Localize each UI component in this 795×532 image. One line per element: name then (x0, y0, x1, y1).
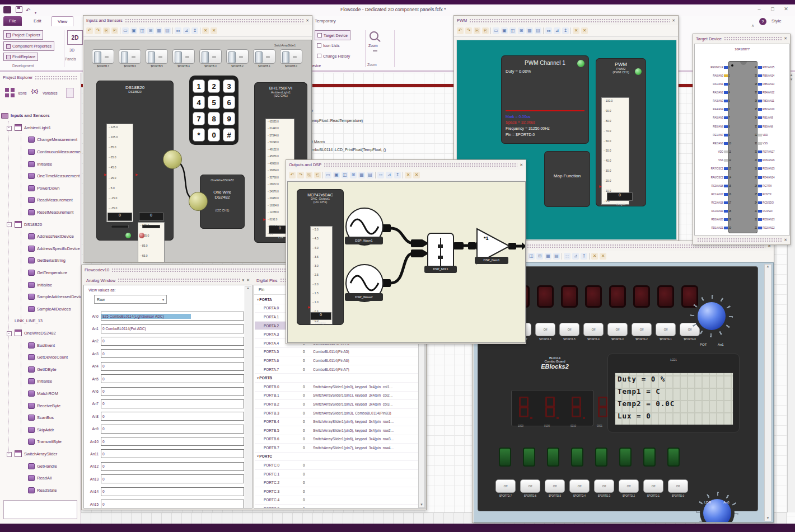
analog-value-input[interactable]: 0 (101, 437, 244, 446)
toolbar-icon[interactable]: ▤ (164, 27, 171, 34)
toolbar-icon[interactable]: ▦ (545, 253, 551, 260)
analog-value-input[interactable]: 825 ComboBL0114(LightSensor ADC) (101, 312, 244, 321)
digital-pin-row[interactable]: PORTA.70ComboBL0114(PinA7) (255, 365, 418, 374)
tree-item[interactable]: OneWireDS2482 (1, 327, 81, 340)
chip-pin[interactable]: VSS12 (695, 158, 734, 163)
digital-pin-row[interactable]: PORTB.10SwitchArraySlider1(pin1), keypad… (255, 392, 418, 401)
toolbar-icon[interactable]: ↥ (562, 27, 569, 34)
chip-pin[interactable]: RD0/AN2019 (695, 217, 734, 223)
toolbar-icon[interactable] (403, 172, 403, 178)
chip-pin[interactable]: 29RD6/AN26 (752, 158, 791, 163)
green-button[interactable] (499, 448, 511, 467)
pwm-slider-box[interactable]: PWM PWM2 (PWM CH1) 100.090.080.070.060.0… (596, 58, 646, 206)
tree-item[interactable]: Initialise (1, 279, 81, 291)
chip-pin[interactable]: RA4/AN46 (695, 107, 734, 112)
close-icon[interactable] (784, 36, 787, 41)
chip-pin[interactable]: RD1/AN2120 (695, 225, 734, 231)
green-button[interactable] (547, 448, 559, 467)
tree-item[interactable]: GetSerialString (1, 255, 81, 267)
digital-pin-row[interactable]: PORTB.50SwitchArraySlider1(pin5), keypad… (255, 426, 418, 435)
toolbar-icon[interactable]: ⊞ (350, 172, 357, 178)
dsp-window-titlebar[interactable]: Outputs and DSP (286, 160, 526, 170)
green-button[interactable] (595, 448, 607, 467)
change-history-checkbox[interactable] (317, 54, 321, 58)
digital-pin-row[interactable]: PORTA.50ComboBL0114(PinA5) (255, 348, 418, 357)
digital-pin-row[interactable]: PORTB.40SwitchArraySlider1(pin4), keypad… (255, 417, 418, 426)
tab-view[interactable]: View (52, 16, 73, 26)
toolbar-icon[interactable]: ↥ (394, 172, 401, 178)
icon-lists-toggle[interactable]: Icon Lists (317, 43, 340, 48)
off-button[interactable]: Off (583, 323, 604, 336)
tree-item[interactable]: Initialise (1, 158, 81, 170)
dac-box[interactable]: MCP47x6DAC DAC_Output1 (I2C CH1) 5.04.54… (297, 189, 344, 325)
toolbar-icon[interactable]: ⎘ (474, 27, 480, 34)
tree-item[interactable]: Inputs and Sensors (1, 110, 81, 122)
tab-temporary[interactable]: Temporary (309, 16, 342, 26)
chip-pin[interactable]: RE0/AN68 (695, 124, 734, 129)
tree-item[interactable]: SwitchArraySlider (1, 448, 81, 460)
chip-pin[interactable]: 37RB4/AN12 (752, 90, 791, 95)
variables-tab[interactable]: Variables (43, 91, 58, 95)
off-button[interactable]: Off (495, 479, 516, 493)
view-mode-select[interactable]: Raw▾ (94, 295, 167, 304)
tree-item[interactable]: AddressSpecificDevice (1, 243, 81, 255)
toolbar-icon[interactable]: ▤ (553, 253, 560, 260)
tree-item[interactable]: SampleAddressedDevice (1, 291, 81, 303)
tree-item[interactable]: PowerDown (1, 182, 81, 195)
app-icon[interactable] (3, 6, 11, 13)
toolbar-icon[interactable] (562, 253, 562, 260)
tree-item[interactable]: ContinuousMeasurement (1, 146, 81, 158)
zoom-dropdown[interactable] (373, 50, 377, 51)
toolbar-icon[interactable]: ↷ (465, 27, 472, 34)
map-function-box[interactable]: Map Function (544, 151, 590, 207)
off-button[interactable]: Off (607, 323, 628, 336)
chip-pin[interactable]: 30RD7/AN27 (752, 149, 791, 155)
toolbar-icon[interactable]: ⚏ (564, 253, 570, 260)
find-replace-button[interactable]: Find/Replace (3, 53, 38, 61)
ldr-knob[interactable] (696, 492, 738, 522)
chip-pin[interactable]: RA7/OSC113 (695, 166, 734, 172)
chip-pin[interactable]: 26RC7/RX (752, 183, 791, 189)
toolbar-icon[interactable]: ⎘ (306, 172, 312, 178)
tree-item[interactable]: GetHandle (1, 460, 81, 472)
target-device-checkbox[interactable] (317, 33, 322, 37)
pwm-window-titlebar[interactable]: PWM (454, 16, 678, 25)
toolbar-icon[interactable]: ⊿ (183, 27, 190, 34)
digital-pin-row[interactable]: PORTC.00 (255, 461, 418, 470)
target-window-titlebar[interactable]: Target Device (693, 34, 790, 43)
tab-file[interactable]: File (3, 16, 22, 26)
toolbar-icon[interactable]: ⎗ (314, 172, 321, 178)
tree-item[interactable]: Initialise (1, 375, 81, 388)
icons-tab[interactable]: Icons (18, 91, 27, 95)
analog-value-input[interactable]: 0 (101, 362, 244, 371)
icons-tab-icon[interactable] (5, 88, 9, 92)
wire-connector[interactable] (163, 150, 182, 169)
toolbar-icon[interactable] (200, 27, 200, 34)
toolbar-icon[interactable]: ↷ (95, 27, 101, 34)
analog-value-input[interactable]: 0 (101, 474, 244, 483)
toolbar-icon[interactable] (375, 172, 376, 178)
chip-pin[interactable]: 38RB5/AN13 (752, 81, 791, 87)
zoom-icon[interactable] (370, 31, 378, 40)
green-button[interactable] (619, 448, 632, 467)
green-button[interactable] (667, 448, 680, 467)
analog-value-input[interactable]: 0 (101, 349, 244, 358)
green-button[interactable] (523, 448, 535, 467)
digital-pin-row[interactable]: PORTB.30SwitchArraySlider1(pin3), ComboB… (255, 409, 418, 418)
tree-item[interactable]: ScanBus (1, 412, 81, 424)
chip-pin[interactable]: 28RD5/AN25 (752, 166, 791, 172)
pwm-slider-scale[interactable]: 100.090.080.070.060.050.040.030.020.010.… (601, 97, 629, 205)
target-device-toggle[interactable]: Target Device (315, 30, 350, 40)
close-icon[interactable] (784, 238, 787, 242)
inputs-window-titlebar[interactable]: Inputs and Sensors (83, 16, 312, 25)
analog-value-input[interactable]: 0 (101, 387, 244, 396)
chip-pin[interactable]: 24RC5/SDO (752, 200, 791, 206)
digital-pin-row[interactable]: PORTB.60SwitchArraySlider1(pin6), keypad… (255, 435, 418, 444)
analog-value-input[interactable]: 0 (101, 462, 244, 471)
digital-pin-row[interactable]: PORTC.40 (255, 496, 418, 505)
analog-value-input[interactable]: 0 (101, 337, 244, 346)
tab-edit[interactable]: Edit (28, 16, 47, 26)
analog-value-input[interactable]: 0 ComboBL0114(Pot ADC) (101, 324, 244, 333)
chip-pin[interactable]: 34RB1/AN9 (752, 115, 791, 121)
toolbar-icon[interactable]: ⎗ (482, 27, 489, 34)
